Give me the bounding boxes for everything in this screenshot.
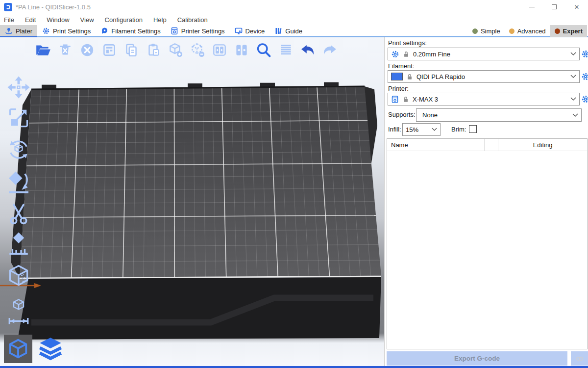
simple-mode-dot-icon <box>472 28 478 34</box>
place-on-face-icon <box>6 168 31 197</box>
object-list[interactable]: Name Editing <box>387 138 588 349</box>
search-icon <box>255 41 272 59</box>
remove-instance-icon <box>189 42 206 58</box>
move-tool-button[interactable] <box>5 74 32 101</box>
add-instance-button[interactable] <box>167 41 184 59</box>
settings-sidebar: Print settings: 0.20mm Fine Filament: <box>384 37 588 366</box>
window-bottom-accent <box>0 366 588 368</box>
preview-view-button[interactable] <box>36 335 65 363</box>
maximize-button[interactable] <box>543 0 565 14</box>
3d-viewport[interactable] <box>0 37 384 366</box>
editor-3d-cube-icon <box>7 338 29 360</box>
place-on-face-tool-button[interactable] <box>5 168 32 197</box>
delete-button[interactable] <box>56 41 74 59</box>
menu-calibration[interactable]: Calibration <box>172 16 213 24</box>
supports-label: Supports: <box>388 111 416 118</box>
tab-printer-settings[interactable]: Printer Settings <box>166 25 230 37</box>
guide-books-icon <box>274 27 282 35</box>
arrange-button[interactable] <box>100 41 118 59</box>
copy-button[interactable] <box>122 41 140 59</box>
supports-value: None <box>422 111 438 119</box>
tab-device[interactable]: Device <box>230 25 270 37</box>
menu-view[interactable]: View <box>75 16 99 24</box>
rotate-tool-button[interactable] <box>5 136 32 163</box>
tab-label: Print Settings <box>53 27 91 35</box>
filament-value: QIDI PLA Rapido <box>416 73 465 80</box>
tab-label: Printer Settings <box>181 27 225 35</box>
link-icon <box>576 356 584 362</box>
object-list-header: Name Editing <box>387 139 587 151</box>
mode-switcher: Simple Advanced Expert <box>468 25 588 37</box>
variable-layer-height-button[interactable] <box>277 41 294 59</box>
printer-icon <box>391 95 399 104</box>
measure-tool-button[interactable] <box>5 295 32 326</box>
infill-combo[interactable]: 15% <box>402 123 441 136</box>
qidislicer-window: *PA Line - QIDISlicer-1.0.5 ✕ File Edit … <box>0 0 588 368</box>
variable-layer-height-icon <box>277 42 294 58</box>
mode-simple[interactable]: Simple <box>468 25 505 37</box>
cut-tool-button[interactable] <box>5 201 32 227</box>
mode-expert[interactable]: Expert <box>550 25 587 37</box>
paste-button[interactable] <box>145 41 162 59</box>
menu-help[interactable]: Help <box>148 16 172 24</box>
column-name[interactable]: Name <box>387 139 485 151</box>
lock-icon <box>403 51 410 58</box>
expert-mode-dot-icon <box>555 28 560 34</box>
scale-tool-button[interactable] <box>5 104 32 131</box>
infill-label: Infill: <box>388 126 401 133</box>
minimize-button[interactable] <box>520 0 543 14</box>
cut-icon <box>6 201 31 227</box>
printer-combo[interactable]: X-MAX 3 <box>388 93 580 105</box>
preview-layers-icon <box>38 336 63 362</box>
edit-print-settings-button[interactable] <box>581 49 588 59</box>
column-editing[interactable]: Editing <box>498 139 587 151</box>
window-controls: ✕ <box>520 0 588 14</box>
maximize-icon <box>552 4 557 9</box>
print-bed-scene <box>0 37 384 366</box>
mode-advanced[interactable]: Advanced <box>505 25 550 37</box>
edit-filament-button[interactable] <box>581 72 588 81</box>
brim-checkbox[interactable] <box>469 125 477 133</box>
close-button[interactable]: ✕ <box>565 0 588 14</box>
redo-button[interactable] <box>321 41 339 59</box>
print-settings-combo[interactable]: 0.20mm Fine <box>388 48 580 60</box>
remove-instance-button[interactable] <box>189 41 206 59</box>
menu-configuration[interactable]: Configuration <box>99 16 148 24</box>
seam-painting-icon <box>5 263 32 292</box>
chevron-down-icon <box>432 128 437 131</box>
device-monitor-icon <box>235 27 243 35</box>
search-button[interactable] <box>255 41 272 59</box>
filament-combo[interactable]: QIDI PLA Rapido <box>388 70 580 83</box>
editor-3d-view-button[interactable] <box>4 335 32 363</box>
chevron-down-icon <box>570 75 576 79</box>
menu-window[interactable]: Window <box>41 16 74 24</box>
paint-supports-tool-button[interactable] <box>5 230 32 257</box>
tab-print-settings[interactable]: Print Settings <box>37 25 96 37</box>
filament-color-swatch <box>391 73 403 80</box>
open-button[interactable] <box>34 41 52 59</box>
printer-label: Printer: <box>388 85 409 92</box>
tab-filament-settings[interactable]: Filament Settings <box>96 25 165 37</box>
printer-icon <box>171 27 178 35</box>
seam-painting-tool-button[interactable] <box>5 263 32 292</box>
send-gcode-button[interactable] <box>571 351 588 366</box>
split-parts-icon <box>233 42 250 58</box>
tab-label: Plater <box>16 27 32 35</box>
supports-combo[interactable]: None <box>416 108 582 122</box>
column-extruder[interactable] <box>485 139 498 151</box>
undo-button[interactable] <box>299 41 317 59</box>
menu-file[interactable]: File <box>0 16 20 24</box>
edit-printer-button[interactable] <box>581 94 588 104</box>
export-gcode-button[interactable]: Export G-code <box>387 351 567 366</box>
split-parts-button[interactable] <box>233 41 250 59</box>
gear-icon <box>42 27 50 35</box>
lock-icon <box>402 96 409 103</box>
menu-edit[interactable]: Edit <box>20 16 41 24</box>
rotate-icon <box>6 136 31 163</box>
plater-icon <box>5 27 13 35</box>
tab-plater[interactable]: Plater <box>0 25 37 37</box>
tab-guide[interactable]: Guide <box>270 25 307 37</box>
mode-label: Advanced <box>517 27 546 35</box>
delete-all-button[interactable] <box>78 41 96 59</box>
split-objects-button[interactable] <box>211 41 228 59</box>
